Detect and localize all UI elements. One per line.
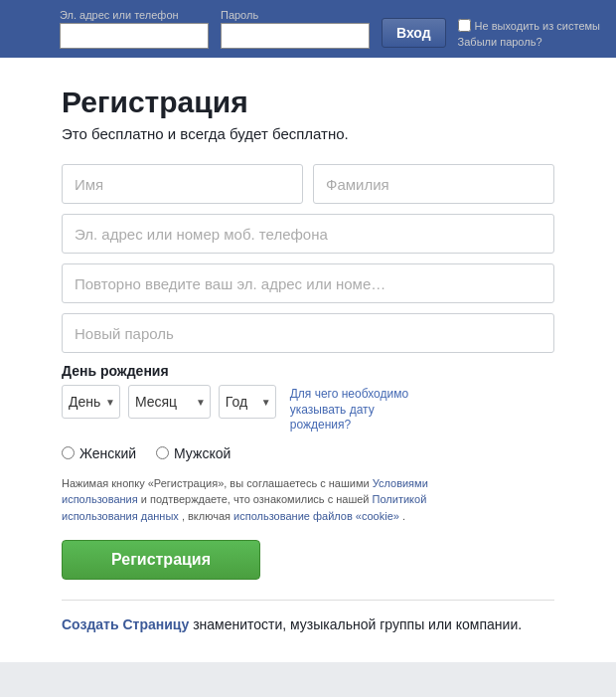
dob-why-text: Для чего необходимо указывать дату рожде…: [290, 387, 429, 434]
gender-male-radio[interactable]: [156, 446, 169, 459]
dob-label: День рождения: [62, 363, 554, 379]
dob-day-wrap: День 12345 678910 ▼: [62, 385, 120, 419]
gender-female-option[interactable]: Женский: [62, 445, 136, 461]
registration-subtitle: Это бесплатно и всегда будет бесплатно.: [62, 125, 554, 142]
dob-row: День 12345 678910 ▼ Месяц ЯнварьФевральМ…: [62, 385, 554, 434]
header-extras: Не выходить из системы Забыли пароль?: [458, 19, 600, 48]
terms-text-4: .: [402, 510, 405, 522]
registration-title: Регистрация: [62, 86, 554, 119]
password-field-group: Пароль: [221, 9, 370, 49]
reg-password-input[interactable]: [62, 313, 554, 353]
dob-day-arrow: ▼: [105, 397, 115, 408]
email-field-group: Эл. адрес или телефон: [60, 9, 209, 49]
gender-row: Женский Мужской: [62, 445, 554, 461]
gender-female-label: Женский: [79, 445, 136, 461]
last-name-input[interactable]: [313, 164, 554, 204]
first-name-input[interactable]: [62, 164, 303, 204]
dob-day-select[interactable]: День 12345 678910: [67, 394, 103, 410]
password-input[interactable]: [221, 23, 370, 49]
terms-link-cookies[interactable]: использование файлов «cookie»: [233, 510, 399, 522]
remember-checkbox[interactable]: [458, 19, 471, 32]
dob-year-arrow: ▼: [261, 397, 271, 408]
terms-text: Нажимая кнопку «Регистрация», вы соглаша…: [62, 475, 459, 525]
gender-male-label: Мужской: [174, 445, 231, 461]
create-page-link[interactable]: Создать Страницу: [62, 616, 189, 632]
dob-month-select[interactable]: Месяц ЯнварьФевральМарт АпрельМайИюнь: [133, 394, 194, 410]
confirm-email-input[interactable]: [62, 263, 554, 303]
email-input[interactable]: [60, 23, 209, 49]
email-row: [62, 214, 554, 254]
main-content: Регистрация Это бесплатно и всегда будет…: [0, 58, 616, 662]
password-field-label: Пароль: [221, 9, 370, 21]
email-field-label: Эл. адрес или телефон: [60, 9, 209, 21]
header: Эл. адрес или телефон Пароль Вход Не вых…: [0, 0, 616, 58]
dob-year-wrap: Год 2000199919981990 ▼: [219, 385, 276, 419]
name-row: [62, 164, 554, 204]
dob-year-select[interactable]: Год 2000199919981990: [224, 394, 259, 410]
password-row: [62, 313, 554, 353]
dob-month-arrow: ▼: [196, 397, 206, 408]
divider: [62, 600, 554, 601]
forgot-password-link[interactable]: Забыли пароль?: [458, 36, 600, 48]
terms-text-3: , включая: [182, 510, 233, 522]
dob-month-wrap: Месяц ЯнварьФевральМарт АпрельМайИюнь ▼: [128, 385, 211, 419]
confirm-email-row: [62, 263, 554, 303]
login-button[interactable]: Вход: [382, 18, 446, 48]
gender-male-option[interactable]: Мужской: [156, 445, 231, 461]
gender-female-radio[interactable]: [62, 446, 75, 459]
create-page-suffix: знаменитости, музыкальной группы или ком…: [193, 616, 522, 632]
register-button[interactable]: Регистрация: [62, 540, 260, 580]
remember-label: Не выходить из системы: [475, 20, 600, 32]
create-page-text: Создать Страницу знаменитости, музыкальн…: [62, 616, 554, 632]
terms-text-1: Нажимая кнопку «Регистрация», вы соглаша…: [62, 477, 370, 489]
reg-email-input[interactable]: [62, 214, 554, 254]
terms-text-2: и подтверждаете, что ознакомились с наше…: [141, 493, 373, 505]
remember-row: Не выходить из системы: [458, 19, 600, 32]
